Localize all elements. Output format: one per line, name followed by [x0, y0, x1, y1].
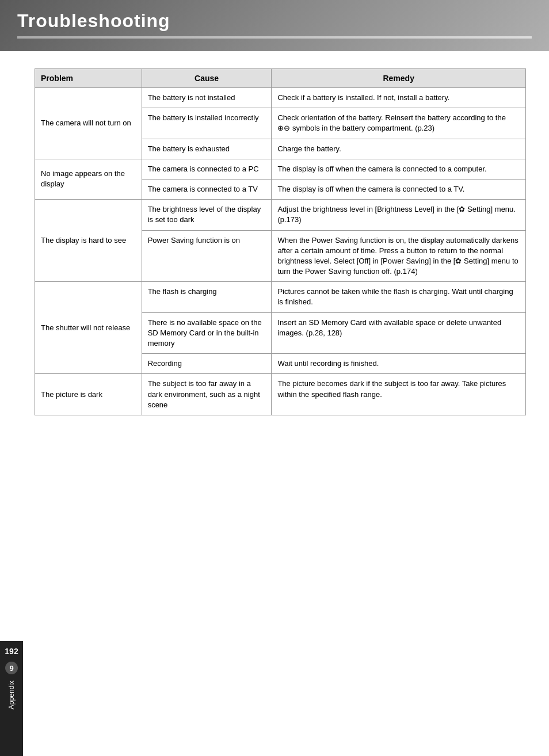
remedy-cell: Wait until recording is finished. — [272, 354, 526, 374]
footer-bar: 192 9 Appendix — [0, 641, 23, 756]
header-underline — [17, 36, 532, 39]
problem-cell: The picture is dark — [35, 374, 142, 415]
remedy-cell: Adjust the brightness level in [Brightne… — [272, 200, 526, 230]
cause-cell: The brightness level of the display is s… — [142, 200, 272, 230]
cause-cell: The battery is installed incorrectly — [142, 108, 272, 139]
cause-cell: Power Saving function is on — [142, 230, 272, 282]
remedy-cell: Pictures cannot be taken while the flash… — [272, 282, 526, 312]
remedy-cell: The picture becomes dark if the subject … — [272, 374, 526, 415]
remedy-cell: The display is off when the camera is co… — [272, 159, 526, 179]
cause-cell: The battery is not installed — [142, 88, 272, 108]
chapter-label: Appendix — [7, 681, 16, 709]
cause-cell: The subject is too far away in a dark en… — [142, 374, 272, 415]
remedy-cell: When the Power Saving function is on, th… — [272, 230, 526, 282]
problem-cell: The shutter will not release — [35, 282, 142, 374]
problem-cell: The camera will not turn on — [35, 88, 142, 159]
remedy-cell: Check orientation of the battery. Reinse… — [272, 108, 526, 139]
col-cause: Cause — [142, 69, 272, 88]
cause-cell: The battery is exhausted — [142, 139, 272, 159]
chapter-number: 9 — [5, 662, 18, 674]
cause-cell: Recording — [142, 354, 272, 374]
remedy-cell: Insert an SD Memory Card with available … — [272, 312, 526, 354]
remedy-cell: The display is off when the camera is co… — [272, 179, 526, 199]
cause-cell: There is no available space on the SD Me… — [142, 312, 272, 354]
troubleshooting-table: Problem Cause Remedy The camera will not… — [35, 68, 526, 415]
cause-cell: The camera is connected to a TV — [142, 179, 272, 199]
remedy-cell: Charge the battery. — [272, 139, 526, 159]
col-remedy: Remedy — [272, 69, 526, 88]
page-header: Troubleshooting — [0, 0, 549, 51]
cause-cell: The camera is connected to a PC — [142, 159, 272, 179]
problem-cell: No image appears on the display — [35, 159, 142, 199]
cause-cell: The flash is charging — [142, 282, 272, 312]
problem-cell: The display is hard to see — [35, 200, 142, 282]
page-number: 192 — [5, 647, 18, 656]
page-title: Troubleshooting — [17, 10, 532, 32]
remedy-cell: Check if a battery is installed. If not,… — [272, 88, 526, 108]
col-problem: Problem — [35, 69, 142, 88]
